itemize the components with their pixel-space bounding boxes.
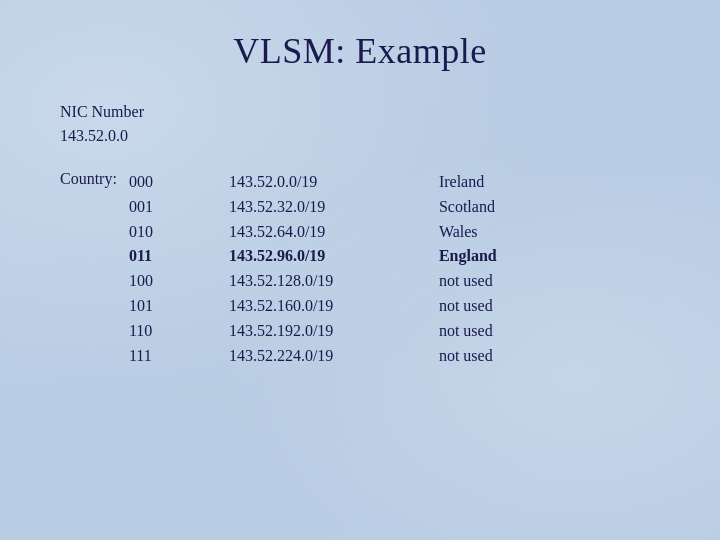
country-name-row: Scotland (439, 195, 497, 220)
nic-code-row: 111 (129, 344, 189, 369)
nic-codes-column: 000001010011100101110111 (129, 170, 189, 368)
country-names-column: IrelandScotlandWalesEnglandnot usednot u… (439, 170, 497, 368)
country-name-row: not used (439, 319, 497, 344)
country-name-row: not used (439, 344, 497, 369)
addresses-column: 143.52.0.0/19143.52.32.0/19143.52.64.0/1… (229, 170, 399, 368)
address-row: 143.52.160.0/19 (229, 294, 399, 319)
nic-label: NIC Number (60, 103, 144, 120)
country-name-row: Ireland (439, 170, 497, 195)
nic-code-row: 001 (129, 195, 189, 220)
country-name-row: not used (439, 294, 497, 319)
slide-title: VLSM: Example (60, 30, 660, 72)
country-name-row: not used (439, 269, 497, 294)
nic-code-row: 101 (129, 294, 189, 319)
nic-code-row: 100 (129, 269, 189, 294)
address-row: 143.52.128.0/19 (229, 269, 399, 294)
nic-code-row: 011 (129, 244, 189, 269)
address-row: 143.52.96.0/19 (229, 244, 399, 269)
nic-code-row: 010 (129, 220, 189, 245)
country-section: Country: 000001010011100101110111 143.52… (60, 170, 660, 368)
address-row: 143.52.64.0/19 (229, 220, 399, 245)
nic-info: NIC Number 143.52.0.0 (60, 100, 660, 148)
country-name-row: Wales (439, 220, 497, 245)
address-row: 143.52.224.0/19 (229, 344, 399, 369)
country-name-row: England (439, 244, 497, 269)
nic-code-row: 110 (129, 319, 189, 344)
country-label: Country: (60, 170, 117, 188)
nic-code-row: 000 (129, 170, 189, 195)
address-row: 143.52.32.0/19 (229, 195, 399, 220)
address-row: 143.52.0.0/19 (229, 170, 399, 195)
nic-value: 143.52.0.0 (60, 127, 128, 144)
address-row: 143.52.192.0/19 (229, 319, 399, 344)
slide-container: VLSM: Example NIC Number 143.52.0.0 Coun… (0, 0, 720, 540)
